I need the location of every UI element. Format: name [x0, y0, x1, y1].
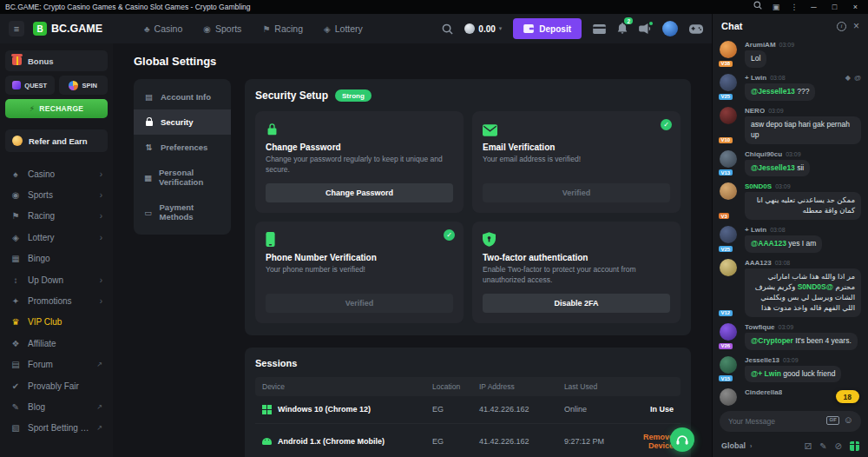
sidebar-item-racing[interactable]: ⚑Racing› [5, 206, 108, 227]
settings-nav-account-info[interactable]: ▤Account Info [134, 84, 231, 109]
nav-item-label: Racing [274, 23, 303, 34]
avatar-image[interactable] [720, 74, 737, 91]
mention-link[interactable]: @Jesselle13 [751, 87, 795, 96]
change-password-button[interactable]: Change Password [266, 183, 453, 202]
extensions-icon[interactable]: ▣ [770, 0, 782, 14]
bolt-icon: ⚡ [30, 104, 36, 113]
sidebar-item-up-down[interactable]: ↕Up Down› [5, 269, 108, 290]
mention-link[interactable]: @Cryptoper [751, 336, 793, 345]
username[interactable]: S0ND0S [745, 182, 772, 190]
avatar-image[interactable] [720, 259, 737, 276]
security-card-desc: Change your password regularly to keep i… [266, 155, 453, 176]
avatar-image[interactable] [720, 182, 737, 200]
balance-selector[interactable]: 0.00 ▾ [464, 23, 502, 34]
settings-nav-preferences[interactable]: ⇅Preferences [134, 135, 231, 160]
nav-item-casino[interactable]: ♣Casino [144, 23, 182, 34]
session-ip: 41.42.226.162 [472, 423, 557, 457]
search-icon[interactable] [752, 0, 764, 14]
minimize-button[interactable]: ─ [806, 0, 821, 14]
username[interactable]: NERO [745, 107, 765, 115]
sidebar-item-lottery[interactable]: ◈Lottery› [5, 227, 108, 248]
emoji-icon[interactable]: ☺ [844, 415, 853, 425]
mention-link[interactable]: @AAA123 [751, 239, 786, 248]
info-icon[interactable]: i [837, 22, 846, 31]
kebab-menu-icon[interactable]: ⋮ [788, 0, 800, 14]
avatar-image[interactable] [720, 107, 737, 124]
sidebar-item-bonus[interactable]: Bonus [5, 50, 108, 71]
window-body: ≡ B BC.GAME ♣Casino◉Sports⚑Racing◈Lotter… [0, 14, 868, 457]
username[interactable]: + Lwin [745, 226, 766, 234]
vip-badge: V38 [719, 61, 733, 67]
deposit-button[interactable]: Deposit [513, 18, 582, 39]
gift-icon[interactable] [850, 441, 859, 451]
disable-2fa-button[interactable]: Disable 2FA [483, 294, 670, 313]
mention-link[interactable]: @Jesselle13 [751, 163, 795, 172]
dice-icon[interactable]: ⚂ [805, 441, 812, 451]
search-icon[interactable] [442, 23, 453, 35]
pen-icon[interactable]: ✎ [819, 441, 826, 451]
avatar-image[interactable] [720, 323, 737, 341]
sidebar-item-label: Provably Fair [28, 381, 102, 391]
maximize-button[interactable]: □ [827, 0, 842, 14]
nav-item-lottery[interactable]: ◈Lottery [324, 23, 363, 34]
sidebar-item-casino[interactable]: ♠Casino› [5, 163, 108, 184]
avatar-image[interactable] [720, 41, 737, 58]
chat-room-selector[interactable]: Global › [721, 441, 752, 450]
nav-item-racing[interactable]: ⚑Racing [262, 23, 303, 34]
username[interactable]: Jesselle13 [745, 356, 779, 364]
recharge-button[interactable]: ⚡ RECHARGE [5, 99, 108, 118]
message-bubble: مر اذا والله هذا شاب اماراتي محترم @S0ND… [745, 268, 861, 317]
sidebar-item-sports[interactable]: ◉Sports› [5, 184, 108, 205]
sidebar-item-promotions[interactable]: ✦Promotions› [5, 290, 108, 311]
mention-link[interactable]: @S0ND0S [798, 282, 833, 291]
logo[interactable]: B BC.GAME [33, 22, 102, 36]
close-chat-icon[interactable]: × [853, 21, 859, 31]
verified-button[interactable]: Verified [266, 294, 453, 313]
spin-button[interactable]: SPIN [59, 76, 108, 95]
sidebar-item-vip-club[interactable]: ♛VIP Club [5, 312, 108, 333]
sidebar-item-blog[interactable]: ✎Blog↗ [5, 396, 108, 417]
mention-link[interactable]: @+ Lwin [751, 369, 781, 378]
username[interactable]: AAA123 [745, 259, 772, 267]
verified-button[interactable]: Verified [483, 183, 670, 202]
username[interactable]: Cinderella8 [745, 388, 782, 396]
sidebar-item-sport-betting-insig[interactable]: ▧Sport Betting Insig...↗ [5, 418, 108, 439]
avatar: V26 [720, 323, 740, 350]
sidebar-item-affiliate[interactable]: ❖Affiliate [5, 333, 108, 354]
avatar[interactable] [662, 21, 678, 36]
unread-count-badge[interactable]: 18 [836, 390, 859, 403]
sidebar-item-provably-fair[interactable]: ✔Provably Fair [5, 375, 108, 396]
close-button[interactable]: × [848, 0, 863, 14]
mention-icon[interactable]: @ [854, 74, 861, 82]
username[interactable]: Towfique [745, 323, 775, 331]
settings-nav-security[interactable]: Security [134, 109, 231, 135]
bell-icon[interactable]: 2 [617, 23, 628, 35]
sidebar-item-bingo[interactable]: ▦Bingo [5, 248, 108, 269]
refer-label: Refer and Earn [29, 136, 88, 146]
mute-icon[interactable]: ⊘ [835, 441, 842, 451]
megaphone-icon[interactable] [639, 23, 651, 34]
wallet-icon[interactable] [593, 24, 606, 34]
settings-nav-personal-verification[interactable]: ▦Personal Verification [134, 160, 231, 195]
support-button[interactable] [670, 427, 694, 452]
username[interactable]: Chiqui90cu [745, 150, 782, 158]
message-actions: ◆@ [845, 74, 861, 82]
sidebar-item-forum[interactable]: ▤Forum↗ [5, 354, 108, 375]
navbar-right: 0.00 ▾ Deposit 2 [442, 18, 703, 39]
refer-and-earn-button[interactable]: Refer and Earn [5, 129, 108, 152]
avatar-image[interactable] [720, 150, 737, 168]
quest-button[interactable]: QUEST [5, 76, 55, 95]
gamepad-icon[interactable] [689, 24, 703, 34]
settings-nav-payment-methods[interactable]: ▭Payment Methods [134, 195, 231, 229]
security-card-two-factor-authentication: Two-factor authenticationEnable Two-fact… [472, 222, 681, 323]
gif-icon[interactable]: GIF [826, 416, 838, 425]
avatar-image[interactable] [720, 388, 737, 406]
username[interactable]: + Lwin [745, 74, 766, 82]
avatar-image[interactable] [720, 356, 737, 374]
chat-message: V25+ Lwin03:08@AAA123 yes I am [720, 226, 861, 253]
hamburger-menu-icon[interactable]: ≡ [9, 21, 24, 36]
username[interactable]: ArumiAM [745, 41, 776, 49]
tip-icon[interactable]: ◆ [845, 74, 851, 82]
nav-item-sports[interactable]: ◉Sports [203, 23, 241, 34]
avatar-image[interactable] [720, 226, 737, 243]
